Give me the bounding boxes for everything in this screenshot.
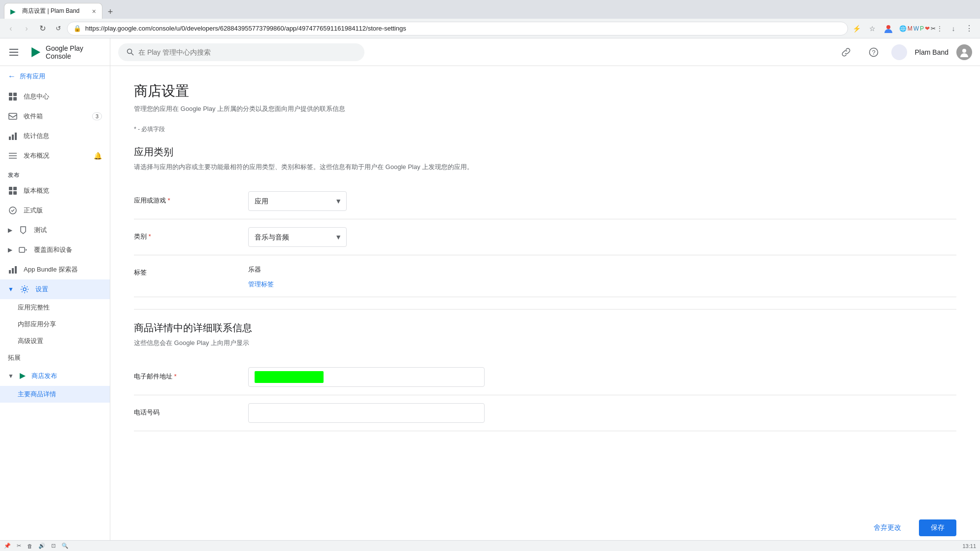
ext-icon-7[interactable]: ⋮ <box>937 25 943 32</box>
screen-devices-icon <box>18 245 28 255</box>
ext-icon-4[interactable]: P <box>920 25 924 32</box>
svg-rect-6 <box>9 97 12 101</box>
status-pin-icon[interactable]: 📌 <box>4 543 11 549</box>
phone-row: 电话号码 <box>134 395 956 431</box>
app-or-game-field: 应用 游戏 ▼ <box>248 191 956 211</box>
required-note: * - 必填字段 <box>134 125 956 134</box>
sidebar-item-settings[interactable]: ▼ 设置 <box>0 279 110 299</box>
status-volume-icon[interactable]: 🔊 <box>38 543 45 549</box>
sidebar-item-inbox[interactable]: 收件箱 3 <box>0 106 110 126</box>
publish-overview-icon <box>8 151 18 161</box>
test-icon <box>18 225 28 235</box>
app-integrity-label: 应用完整性 <box>18 303 50 312</box>
status-screen-icon[interactable]: ⊡ <box>51 543 56 549</box>
forward-button[interactable]: › <box>20 22 33 35</box>
version-overview-icon <box>8 186 18 196</box>
sidebar-item-app-bundle[interactable]: App Bundle 探索器 <box>0 260 110 279</box>
search-bar[interactable] <box>118 43 364 61</box>
user-name: Plam Band <box>915 48 948 56</box>
help-button[interactable]: ? <box>864 42 883 62</box>
svg-rect-20 <box>19 247 25 252</box>
app-category-section-title: 应用类别 <box>134 145 956 159</box>
save-button[interactable]: 保存 <box>919 519 956 536</box>
back-label: 所有应用 <box>20 72 45 81</box>
store-publish-group[interactable]: ▼ 商店发布 <box>0 366 110 386</box>
sidebar-item-internal-share[interactable]: 内部应用分享 <box>0 316 110 333</box>
svg-rect-3 <box>9 55 18 56</box>
sidebar-item-info-center[interactable]: 信息中心 <box>0 87 110 106</box>
sidebar-item-publish-overview[interactable]: 发布概况 🔔 <box>0 146 110 166</box>
status-zoom-icon[interactable]: 🔍 <box>62 543 68 549</box>
sidebar-item-app-integrity[interactable]: 应用完整性 <box>0 299 110 316</box>
ext-icon-6[interactable]: ✂ <box>931 25 936 32</box>
hamburger-button[interactable] <box>6 42 22 62</box>
sidebar-header: Google Play Console <box>0 38 110 66</box>
footer-actions: 舍弃更改 保存 <box>862 519 956 536</box>
search-icon <box>127 48 134 56</box>
menu-button[interactable]: ⋮ <box>962 22 976 35</box>
svg-rect-16 <box>13 187 17 190</box>
address-bar[interactable]: 🔒 https://play.google.com/console/u/0/de… <box>67 22 848 35</box>
settings-icon <box>20 284 30 294</box>
discard-button[interactable]: 舍弃更改 <box>862 519 913 536</box>
inbox-icon <box>8 111 18 121</box>
tag-row: 标签 乐器 管理标签 <box>134 255 956 297</box>
app-bundle-icon <box>8 265 18 275</box>
lock-icon: 🔒 <box>73 25 81 32</box>
url-display: https://play.google.com/console/u/0/deve… <box>85 25 842 32</box>
app-or-game-select[interactable]: 应用 游戏 <box>248 191 347 211</box>
status-delete-icon[interactable]: 🗑 <box>27 543 33 549</box>
download-button[interactable]: ↓ <box>947 22 960 35</box>
sidebar-item-official[interactable]: 正式版 <box>0 201 110 220</box>
status-cut-icon[interactable]: ✂ <box>17 543 21 549</box>
browser-tab[interactable]: ▶ 商店设置 | Plam Band × <box>4 3 102 19</box>
app-category-section-desc: 请选择与应用的内容或主要功能最相符的应用类型、类别和标签。这些信息有助于用户在 … <box>134 163 956 172</box>
main-content: 商店设置 管理您的应用在 Google Play 上所属的分类以及您面向用户提供… <box>110 66 980 551</box>
ext-icon-1[interactable]: 🌐 <box>899 25 907 32</box>
svg-rect-21 <box>9 270 11 274</box>
info-center-icon <box>8 92 18 102</box>
version-overview-label: 版本概览 <box>24 186 102 195</box>
svg-rect-23 <box>15 266 17 274</box>
test-expand-icon: ▶ <box>8 227 12 234</box>
svg-point-25 <box>128 49 132 53</box>
reload-button[interactable]: ↻ <box>35 22 49 35</box>
link-button[interactable] <box>836 42 856 62</box>
tag-label: 标签 <box>134 263 232 277</box>
sidebar-item-test[interactable]: ▶ 测试 <box>0 220 110 240</box>
manage-tags-link[interactable]: 管理标签 <box>248 280 956 289</box>
search-input[interactable] <box>138 48 356 56</box>
sidebar-item-stats[interactable]: 统计信息 <box>0 126 110 146</box>
store-publish-expand-icon: ▼ <box>8 373 14 379</box>
tag-field: 乐器 管理标签 <box>248 263 956 289</box>
ext-icon-3[interactable]: W <box>914 25 919 32</box>
user-avatar[interactable] <box>956 44 972 60</box>
category-row: 类别 音乐与音频 工具 效率 娱乐 通讯 ▼ <box>134 219 956 255</box>
screen-devices-expand-icon: ▶ <box>8 246 12 253</box>
phone-input[interactable] <box>248 403 485 423</box>
sidebar: Google Play Console ← 所有应用 信息中心 <box>0 38 110 551</box>
play-logo-icon <box>30 46 42 58</box>
back-button[interactable]: ‹ <box>4 22 18 35</box>
history-button[interactable]: ↺ <box>51 22 65 35</box>
advanced-settings-label: 高级设置 <box>18 337 43 345</box>
back-to-all-apps[interactable]: ← 所有应用 <box>0 66 110 87</box>
main-product-label: 主要商品详情 <box>18 390 56 399</box>
extension-area: 🌐 M W P ❤ ✂ ⋮ <box>897 25 945 32</box>
sidebar-item-version-overview[interactable]: 版本概览 <box>0 181 110 201</box>
sidebar-item-screen-devices[interactable]: ▶ 覆盖面和设备 <box>0 240 110 260</box>
expand-section: 拓展 <box>0 349 110 366</box>
internal-share-label: 内部应用分享 <box>18 320 56 329</box>
profile-button[interactable] <box>882 22 895 35</box>
sidebar-item-advanced-settings[interactable]: 高级设置 <box>0 333 110 349</box>
new-tab-button[interactable]: + <box>103 5 117 19</box>
contact-section-title: 商品详情中的详细联系信息 <box>134 321 956 335</box>
tab-close-button[interactable]: × <box>92 8 96 15</box>
category-select[interactable]: 音乐与音频 工具 效率 娱乐 通讯 <box>248 227 347 247</box>
test-label: 测试 <box>34 226 102 235</box>
sidebar-item-main-product[interactable]: 主要商品详情 <box>0 386 110 403</box>
official-icon <box>8 206 18 215</box>
ext-icon-5[interactable]: ❤ <box>925 25 930 32</box>
ext-icon-2[interactable]: M <box>908 25 913 32</box>
bookmark-button[interactable]: ☆ <box>866 22 880 35</box>
